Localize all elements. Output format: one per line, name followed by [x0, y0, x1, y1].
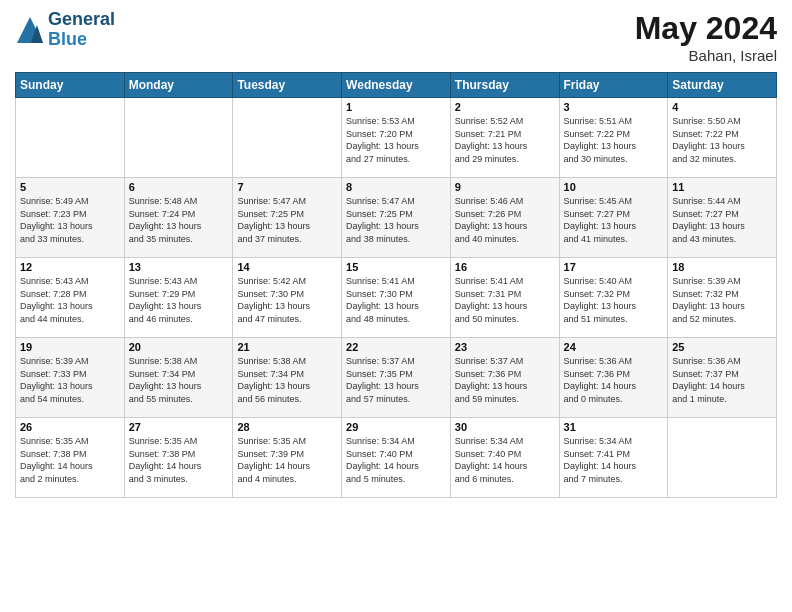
day-number: 28	[237, 421, 337, 433]
weekday-header: Sunday	[16, 73, 125, 98]
day-info: Sunrise: 5:53 AM Sunset: 7:20 PM Dayligh…	[346, 115, 446, 165]
day-number: 27	[129, 421, 229, 433]
weekday-header: Friday	[559, 73, 668, 98]
calendar-cell: 23Sunrise: 5:37 AM Sunset: 7:36 PM Dayli…	[450, 338, 559, 418]
page-container: General Blue May 2024 Bahan, Israel Sund…	[0, 0, 792, 508]
day-info: Sunrise: 5:41 AM Sunset: 7:30 PM Dayligh…	[346, 275, 446, 325]
calendar-cell: 14Sunrise: 5:42 AM Sunset: 7:30 PM Dayli…	[233, 258, 342, 338]
logo-text: General Blue	[48, 10, 115, 50]
day-number: 25	[672, 341, 772, 353]
day-number: 3	[564, 101, 664, 113]
day-info: Sunrise: 5:38 AM Sunset: 7:34 PM Dayligh…	[237, 355, 337, 405]
logo: General Blue	[15, 10, 115, 50]
calendar-cell: 8Sunrise: 5:47 AM Sunset: 7:25 PM Daylig…	[342, 178, 451, 258]
calendar-week-row: 26Sunrise: 5:35 AM Sunset: 7:38 PM Dayli…	[16, 418, 777, 498]
day-info: Sunrise: 5:37 AM Sunset: 7:36 PM Dayligh…	[455, 355, 555, 405]
calendar-cell: 19Sunrise: 5:39 AM Sunset: 7:33 PM Dayli…	[16, 338, 125, 418]
logo-line1: General	[48, 10, 115, 30]
calendar-week-row: 12Sunrise: 5:43 AM Sunset: 7:28 PM Dayli…	[16, 258, 777, 338]
day-number: 30	[455, 421, 555, 433]
calendar-cell: 28Sunrise: 5:35 AM Sunset: 7:39 PM Dayli…	[233, 418, 342, 498]
calendar-cell: 9Sunrise: 5:46 AM Sunset: 7:26 PM Daylig…	[450, 178, 559, 258]
day-info: Sunrise: 5:34 AM Sunset: 7:40 PM Dayligh…	[346, 435, 446, 485]
month-title: May 2024	[635, 10, 777, 47]
calendar-cell: 27Sunrise: 5:35 AM Sunset: 7:38 PM Dayli…	[124, 418, 233, 498]
calendar-cell: 31Sunrise: 5:34 AM Sunset: 7:41 PM Dayli…	[559, 418, 668, 498]
calendar-cell	[124, 98, 233, 178]
calendar-cell: 18Sunrise: 5:39 AM Sunset: 7:32 PM Dayli…	[668, 258, 777, 338]
calendar-cell: 2Sunrise: 5:52 AM Sunset: 7:21 PM Daylig…	[450, 98, 559, 178]
day-info: Sunrise: 5:43 AM Sunset: 7:29 PM Dayligh…	[129, 275, 229, 325]
calendar-cell: 25Sunrise: 5:36 AM Sunset: 7:37 PM Dayli…	[668, 338, 777, 418]
calendar-cell	[233, 98, 342, 178]
day-info: Sunrise: 5:35 AM Sunset: 7:38 PM Dayligh…	[20, 435, 120, 485]
day-number: 7	[237, 181, 337, 193]
day-info: Sunrise: 5:43 AM Sunset: 7:28 PM Dayligh…	[20, 275, 120, 325]
calendar-cell: 30Sunrise: 5:34 AM Sunset: 7:40 PM Dayli…	[450, 418, 559, 498]
calendar-cell	[668, 418, 777, 498]
calendar-table: SundayMondayTuesdayWednesdayThursdayFrid…	[15, 72, 777, 498]
day-info: Sunrise: 5:50 AM Sunset: 7:22 PM Dayligh…	[672, 115, 772, 165]
day-number: 17	[564, 261, 664, 273]
day-info: Sunrise: 5:35 AM Sunset: 7:39 PM Dayligh…	[237, 435, 337, 485]
day-number: 4	[672, 101, 772, 113]
location-subtitle: Bahan, Israel	[635, 47, 777, 64]
day-info: Sunrise: 5:49 AM Sunset: 7:23 PM Dayligh…	[20, 195, 120, 245]
day-number: 9	[455, 181, 555, 193]
calendar-cell: 5Sunrise: 5:49 AM Sunset: 7:23 PM Daylig…	[16, 178, 125, 258]
calendar-cell: 11Sunrise: 5:44 AM Sunset: 7:27 PM Dayli…	[668, 178, 777, 258]
calendar-cell: 16Sunrise: 5:41 AM Sunset: 7:31 PM Dayli…	[450, 258, 559, 338]
day-number: 8	[346, 181, 446, 193]
day-number: 14	[237, 261, 337, 273]
calendar-week-row: 19Sunrise: 5:39 AM Sunset: 7:33 PM Dayli…	[16, 338, 777, 418]
weekday-header: Tuesday	[233, 73, 342, 98]
day-info: Sunrise: 5:42 AM Sunset: 7:30 PM Dayligh…	[237, 275, 337, 325]
day-info: Sunrise: 5:52 AM Sunset: 7:21 PM Dayligh…	[455, 115, 555, 165]
day-number: 1	[346, 101, 446, 113]
day-number: 18	[672, 261, 772, 273]
day-number: 16	[455, 261, 555, 273]
calendar-cell: 26Sunrise: 5:35 AM Sunset: 7:38 PM Dayli…	[16, 418, 125, 498]
calendar-cell: 24Sunrise: 5:36 AM Sunset: 7:36 PM Dayli…	[559, 338, 668, 418]
day-info: Sunrise: 5:47 AM Sunset: 7:25 PM Dayligh…	[237, 195, 337, 245]
title-block: May 2024 Bahan, Israel	[635, 10, 777, 64]
header: General Blue May 2024 Bahan, Israel	[15, 10, 777, 64]
calendar-cell: 13Sunrise: 5:43 AM Sunset: 7:29 PM Dayli…	[124, 258, 233, 338]
day-info: Sunrise: 5:39 AM Sunset: 7:32 PM Dayligh…	[672, 275, 772, 325]
day-info: Sunrise: 5:45 AM Sunset: 7:27 PM Dayligh…	[564, 195, 664, 245]
day-info: Sunrise: 5:35 AM Sunset: 7:38 PM Dayligh…	[129, 435, 229, 485]
calendar-cell: 17Sunrise: 5:40 AM Sunset: 7:32 PM Dayli…	[559, 258, 668, 338]
calendar-cell: 15Sunrise: 5:41 AM Sunset: 7:30 PM Dayli…	[342, 258, 451, 338]
calendar-cell	[16, 98, 125, 178]
calendar-cell: 29Sunrise: 5:34 AM Sunset: 7:40 PM Dayli…	[342, 418, 451, 498]
day-info: Sunrise: 5:36 AM Sunset: 7:37 PM Dayligh…	[672, 355, 772, 405]
day-info: Sunrise: 5:40 AM Sunset: 7:32 PM Dayligh…	[564, 275, 664, 325]
day-number: 22	[346, 341, 446, 353]
day-info: Sunrise: 5:39 AM Sunset: 7:33 PM Dayligh…	[20, 355, 120, 405]
day-number: 31	[564, 421, 664, 433]
calendar-cell: 4Sunrise: 5:50 AM Sunset: 7:22 PM Daylig…	[668, 98, 777, 178]
day-number: 13	[129, 261, 229, 273]
day-number: 12	[20, 261, 120, 273]
calendar-cell: 6Sunrise: 5:48 AM Sunset: 7:24 PM Daylig…	[124, 178, 233, 258]
day-info: Sunrise: 5:34 AM Sunset: 7:40 PM Dayligh…	[455, 435, 555, 485]
calendar-cell: 21Sunrise: 5:38 AM Sunset: 7:34 PM Dayli…	[233, 338, 342, 418]
calendar-cell: 7Sunrise: 5:47 AM Sunset: 7:25 PM Daylig…	[233, 178, 342, 258]
day-number: 5	[20, 181, 120, 193]
logo-icon	[15, 15, 45, 45]
day-number: 6	[129, 181, 229, 193]
logo-line2: Blue	[48, 30, 115, 50]
day-info: Sunrise: 5:38 AM Sunset: 7:34 PM Dayligh…	[129, 355, 229, 405]
day-number: 2	[455, 101, 555, 113]
day-info: Sunrise: 5:48 AM Sunset: 7:24 PM Dayligh…	[129, 195, 229, 245]
calendar-cell: 20Sunrise: 5:38 AM Sunset: 7:34 PM Dayli…	[124, 338, 233, 418]
day-number: 19	[20, 341, 120, 353]
day-number: 23	[455, 341, 555, 353]
calendar-cell: 1Sunrise: 5:53 AM Sunset: 7:20 PM Daylig…	[342, 98, 451, 178]
weekday-header: Monday	[124, 73, 233, 98]
day-number: 10	[564, 181, 664, 193]
day-info: Sunrise: 5:37 AM Sunset: 7:35 PM Dayligh…	[346, 355, 446, 405]
day-info: Sunrise: 5:44 AM Sunset: 7:27 PM Dayligh…	[672, 195, 772, 245]
calendar-cell: 22Sunrise: 5:37 AM Sunset: 7:35 PM Dayli…	[342, 338, 451, 418]
calendar-cell: 3Sunrise: 5:51 AM Sunset: 7:22 PM Daylig…	[559, 98, 668, 178]
